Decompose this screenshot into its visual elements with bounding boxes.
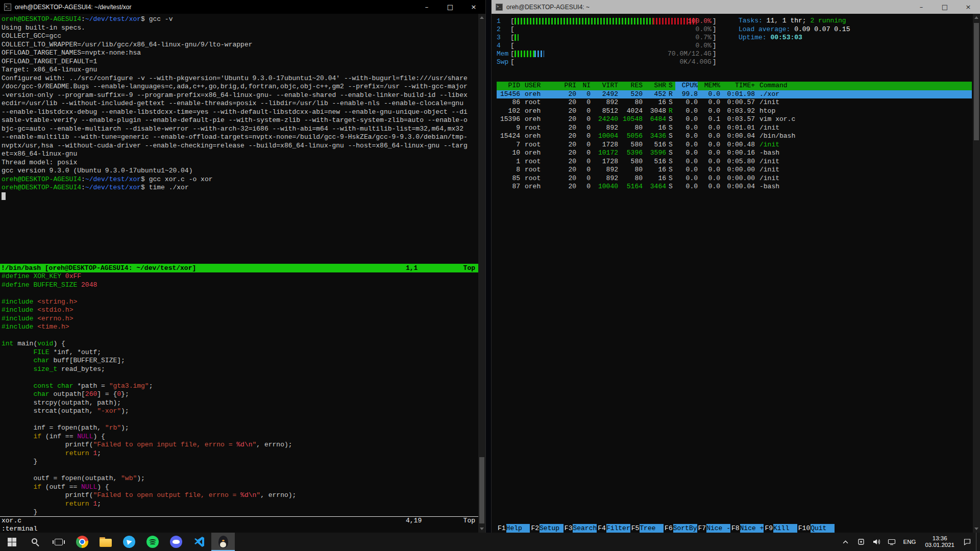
volume-icon[interactable] bbox=[870, 533, 883, 551]
terminal-line: --enable-multilib --with-tune=generic --… bbox=[2, 133, 478, 142]
meter-2: 2[0.0%] bbox=[497, 25, 736, 33]
column-header-res[interactable]: RES bbox=[618, 82, 643, 90]
terminal-line: Thread model: posix bbox=[2, 159, 478, 167]
column-header-cpu%[interactable]: CPU% bbox=[675, 82, 698, 90]
process-row[interactable]: 86root2008928016S0.00.00:00.57/init bbox=[497, 98, 972, 107]
scroll-down-arrow-icon[interactable] bbox=[480, 528, 484, 530]
process-row[interactable]: 9root2008928016S0.00.00:01.01/init bbox=[497, 124, 972, 133]
process-row[interactable]: 87oreh2001004051643464S0.00.00:00.04-bas… bbox=[497, 183, 972, 191]
gcc-terminal-output: oreh@DESKTOP-AGESUI4:~/dev/test/xor$ gcc… bbox=[0, 14, 478, 264]
column-header-command[interactable]: Command bbox=[755, 82, 972, 90]
code-line: } bbox=[2, 458, 478, 466]
scrollbar-thumb[interactable] bbox=[479, 457, 484, 523]
terminal-line: /doc/gcc-9/README.Bugs --enable-language… bbox=[2, 83, 478, 91]
process-row[interactable]: 7root2001728580516S0.00.00:00.48/init bbox=[497, 141, 972, 149]
meter-bar: 100.0% bbox=[514, 18, 713, 24]
folder-icon bbox=[100, 537, 112, 547]
column-header-pid[interactable]: PID bbox=[497, 82, 520, 90]
column-header-shr[interactable]: SHR bbox=[643, 82, 666, 90]
code-line: printf("Failed to open output file, errn… bbox=[2, 491, 478, 500]
file-explorer-icon[interactable] bbox=[94, 533, 117, 551]
show-desktop-button[interactable] bbox=[976, 533, 979, 551]
fkey-f4[interactable]: F4Filter bbox=[597, 524, 630, 533]
telegram-icon[interactable] bbox=[117, 533, 141, 551]
scroll-up-arrow-icon[interactable] bbox=[974, 16, 978, 19]
fkey-f3[interactable]: F3Search bbox=[564, 524, 597, 533]
fkey-f5[interactable]: F5Tree bbox=[630, 524, 664, 533]
clock[interactable]: 13:36 03.01.2021 bbox=[921, 535, 959, 548]
htop-header: 1[100.0%]2[0.0%]3[0.7%]4[0.0%]Mem[70.0M/… bbox=[497, 17, 973, 66]
chrome-icon[interactable] bbox=[70, 533, 94, 551]
process-row[interactable]: 1root2001728580516S0.00.00:05.80/init bbox=[497, 158, 972, 166]
htop[interactable]: 1[100.0%]2[0.0%]3[0.7%]4[0.0%]Mem[70.0M/… bbox=[492, 14, 973, 533]
terminal-line: et=x86_64-linux-gnu bbox=[2, 150, 478, 159]
code-line: #define BUFFER_SIZE 2048 bbox=[2, 281, 478, 290]
vim-statusline: xor.c 4,19 Top bbox=[0, 516, 478, 525]
fkey-f10[interactable]: F10Quit bbox=[797, 524, 835, 533]
process-row[interactable]: 15456oreh2002492520452R99.80.00:01.98./x… bbox=[497, 90, 972, 99]
column-header-time+[interactable]: TIME+ bbox=[720, 82, 755, 90]
process-row[interactable]: 15396oreh20024240105486484S0.00.10:03.57… bbox=[497, 115, 972, 124]
column-header-s[interactable]: S bbox=[666, 82, 675, 90]
column-header-mem%[interactable]: MEM% bbox=[698, 82, 720, 90]
terminal-line: OFFLOAD_TARGET_NAMES=nvptx-none:hsa bbox=[2, 49, 478, 58]
column-header-user[interactable]: USER bbox=[520, 82, 561, 90]
minimize-button[interactable]: – bbox=[910, 0, 933, 14]
column-header-pri[interactable]: PRI bbox=[561, 82, 576, 90]
process-row[interactable]: 102oreh200851240243048R0.00.00:03.92htop bbox=[497, 107, 972, 116]
fkey-f9[interactable]: F9Kill bbox=[764, 524, 797, 533]
code-line: char buff[BUFFER_SIZE]; bbox=[2, 357, 478, 365]
discord-icon[interactable] bbox=[164, 533, 188, 551]
tray-overflow-chevron-icon[interactable] bbox=[839, 533, 852, 551]
task-view-icon bbox=[55, 539, 63, 545]
network-icon[interactable] bbox=[885, 533, 898, 551]
scrollbar-thumb[interactable] bbox=[974, 23, 979, 140]
code-line: char outpath[260] = {0}; bbox=[2, 390, 478, 399]
column-header-ni[interactable]: NI bbox=[576, 82, 591, 90]
spotify-icon[interactable] bbox=[141, 533, 164, 551]
fkey-f6[interactable]: F6SortBy bbox=[664, 524, 697, 533]
terminal-line: -version-only --program-suffix=-9 --prog… bbox=[2, 91, 478, 100]
fkey-f1[interactable]: F1Help bbox=[497, 524, 530, 533]
terminal-app-icon[interactable] bbox=[211, 533, 235, 551]
process-row[interactable]: 15424oreh2001000450563436S0.00.00:00.04/… bbox=[497, 132, 972, 141]
left-scrollbar[interactable] bbox=[478, 14, 485, 533]
meter-Swp: Swp[0K/4.00G] bbox=[497, 58, 736, 66]
process-row[interactable]: 10oreh2001017253963596S0.00.00:00.16-bas… bbox=[497, 149, 972, 158]
right-scrollbar[interactable] bbox=[973, 14, 980, 533]
fkey-f2[interactable]: F2Setup bbox=[530, 524, 563, 533]
terminal-line: oreh@DESKTOP-AGESUI4:~/dev/test/xor$ tim… bbox=[2, 184, 478, 192]
vim-scroll-indicator: Top bbox=[457, 517, 478, 525]
notification-center-icon[interactable] bbox=[961, 533, 974, 551]
vscode-icon[interactable] bbox=[188, 533, 211, 551]
right-titlebar[interactable]: oreh@DESKTOP-AGESUI4: ~ – □ × bbox=[492, 0, 980, 14]
process-row[interactable]: 8root2008928016S0.00.00:00.00/init bbox=[497, 166, 972, 174]
htop-info-line: Load average: 0.09 0.07 0.15 bbox=[739, 26, 973, 34]
terminal-line: gcc version 9.3.0 (Ubuntu 9.3.0-17ubuntu… bbox=[2, 167, 478, 176]
terminal-line: Using built-in specs. bbox=[2, 24, 478, 33]
meter-label: 2 bbox=[497, 26, 510, 33]
close-button[interactable]: × bbox=[957, 0, 980, 14]
language-indicator[interactable]: ENG bbox=[900, 539, 919, 545]
column-header-virt[interactable]: VIRT bbox=[591, 82, 618, 90]
vim-command-line[interactable]: :terminal bbox=[0, 525, 478, 533]
maximize-button[interactable]: □ bbox=[438, 0, 462, 14]
process-row[interactable]: 85root2008928016S0.00.00:00.00/init bbox=[497, 174, 972, 183]
tray-app-icon[interactable] bbox=[854, 533, 868, 551]
minimize-button[interactable]: – bbox=[415, 0, 438, 14]
code-line: printf("Failed to open input file, errno… bbox=[2, 441, 478, 449]
fkey-f7[interactable]: F7Nice - bbox=[697, 524, 730, 533]
left-terminal-content[interactable]: oreh@DESKTOP-AGESUI4:~/dev/test/xor$ gcc… bbox=[0, 14, 478, 533]
scroll-down-arrow-icon[interactable] bbox=[974, 528, 978, 530]
scroll-up-arrow-icon[interactable] bbox=[480, 16, 484, 19]
fkey-f8[interactable]: F8Nice + bbox=[730, 524, 764, 533]
left-titlebar[interactable]: oreh@DESKTOP-AGESUI4: ~/dev/test/xor – □… bbox=[0, 0, 485, 14]
close-button[interactable]: × bbox=[462, 0, 485, 14]
maximize-button[interactable]: □ bbox=[933, 0, 957, 14]
search-button[interactable] bbox=[23, 533, 47, 551]
task-view-button[interactable] bbox=[47, 533, 70, 551]
code-line: #include <errno.h> bbox=[2, 315, 478, 323]
code-line: return 1; bbox=[2, 500, 478, 509]
start-button[interactable] bbox=[0, 533, 23, 551]
vim-code-area[interactable]: #define XOR_KEY 0xFF#define BUFFER_SIZE … bbox=[0, 272, 478, 516]
